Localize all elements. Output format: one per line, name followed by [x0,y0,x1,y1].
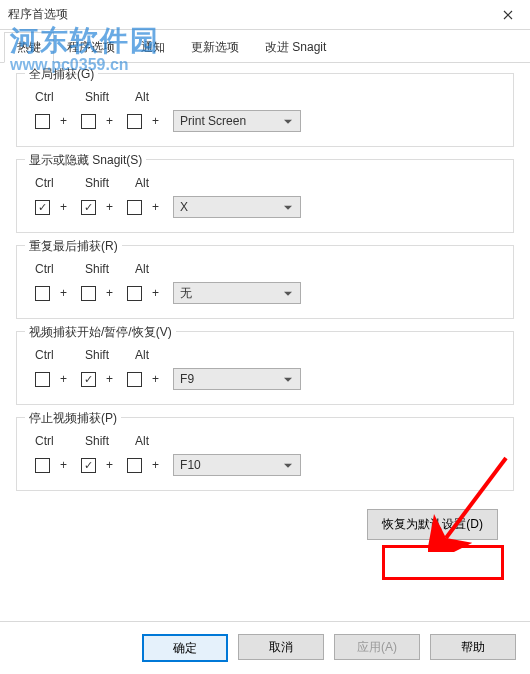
alt-label: Alt [129,176,179,190]
key-value: 无 [180,285,192,302]
plus: + [96,372,121,386]
ctrl-label: Ctrl [29,434,79,448]
ctrl-label: Ctrl [29,262,79,276]
plus: + [96,458,121,472]
shift-checkbox[interactable] [81,200,96,215]
tab-improve-snagit[interactable]: 改进 Snagit [252,32,339,63]
legend: 全局捕获(G) [25,66,98,83]
key-select[interactable]: F10 [173,454,301,476]
key-value: X [180,200,188,214]
ctrl-checkbox[interactable] [35,458,50,473]
key-value: F9 [180,372,194,386]
shift-label: Shift [79,262,129,276]
plus: + [50,458,75,472]
key-select[interactable]: X [173,196,301,218]
tab-notifications[interactable]: 通知 [128,32,178,63]
fieldset-repeat-last: 重复最后捕获(R) Ctrl Shift Alt + + + 无 [16,245,514,319]
plus: + [142,286,167,300]
alt-checkbox[interactable] [127,286,142,301]
key-select[interactable]: F9 [173,368,301,390]
restore-defaults-button[interactable]: 恢复为默认设置(D) [367,509,498,540]
help-button[interactable]: 帮助 [430,634,516,660]
close-icon [503,10,513,20]
shift-checkbox[interactable] [81,372,96,387]
tab-update-options[interactable]: 更新选项 [178,32,252,63]
cancel-button[interactable]: 取消 [238,634,324,660]
tabs: 热键 程序选项 通知 更新选项 改进 Snagit [0,32,530,63]
alt-label: Alt [129,434,179,448]
titlebar: 程序首选项 [0,0,530,30]
ctrl-label: Ctrl [29,176,79,190]
plus: + [96,200,121,214]
alt-label: Alt [129,90,179,104]
alt-checkbox[interactable] [127,458,142,473]
fieldset-show-hide: 显示或隐藏 Snagit(S) Ctrl Shift Alt + + + X [16,159,514,233]
shift-label: Shift [79,176,129,190]
ctrl-checkbox[interactable] [35,114,50,129]
content: 全局捕获(G) Ctrl Shift Alt + + + Print Scree… [0,63,530,540]
key-value: Print Screen [180,114,246,128]
alt-checkbox[interactable] [127,200,142,215]
alt-label: Alt [129,262,179,276]
shift-label: Shift [79,90,129,104]
button-bar: 确定 取消 应用(A) 帮助 [0,621,530,662]
shift-checkbox[interactable] [81,286,96,301]
alt-checkbox[interactable] [127,372,142,387]
ctrl-label: Ctrl [29,90,79,104]
legend: 重复最后捕获(R) [25,238,122,255]
fieldset-video-stop: 停止视频捕获(P) Ctrl Shift Alt + + + F10 [16,417,514,491]
ctrl-checkbox[interactable] [35,286,50,301]
shift-checkbox[interactable] [81,458,96,473]
plus: + [50,200,75,214]
callout-box [382,545,504,580]
tab-hotkeys[interactable]: 热键 [4,32,54,63]
window-title: 程序首选项 [8,6,68,23]
key-select[interactable]: 无 [173,282,301,304]
ctrl-label: Ctrl [29,348,79,362]
legend: 显示或隐藏 Snagit(S) [25,152,146,169]
plus: + [50,372,75,386]
ctrl-checkbox[interactable] [35,372,50,387]
key-select[interactable]: Print Screen [173,110,301,132]
close-button[interactable] [485,0,530,30]
alt-checkbox[interactable] [127,114,142,129]
fieldset-video-start-pause: 视频捕获开始/暂停/恢复(V) Ctrl Shift Alt + + + F9 [16,331,514,405]
plus: + [96,114,121,128]
apply-button: 应用(A) [334,634,420,660]
plus: + [142,114,167,128]
plus: + [96,286,121,300]
plus: + [50,114,75,128]
plus: + [142,200,167,214]
key-value: F10 [180,458,201,472]
plus: + [50,286,75,300]
legend: 视频捕获开始/暂停/恢复(V) [25,324,176,341]
legend: 停止视频捕获(P) [25,410,121,427]
alt-label: Alt [129,348,179,362]
shift-label: Shift [79,434,129,448]
fieldset-global-capture: 全局捕获(G) Ctrl Shift Alt + + + Print Scree… [16,73,514,147]
plus: + [142,372,167,386]
shift-checkbox[interactable] [81,114,96,129]
ok-button[interactable]: 确定 [142,634,228,662]
tab-program-options[interactable]: 程序选项 [54,32,128,63]
ctrl-checkbox[interactable] [35,200,50,215]
shift-label: Shift [79,348,129,362]
plus: + [142,458,167,472]
